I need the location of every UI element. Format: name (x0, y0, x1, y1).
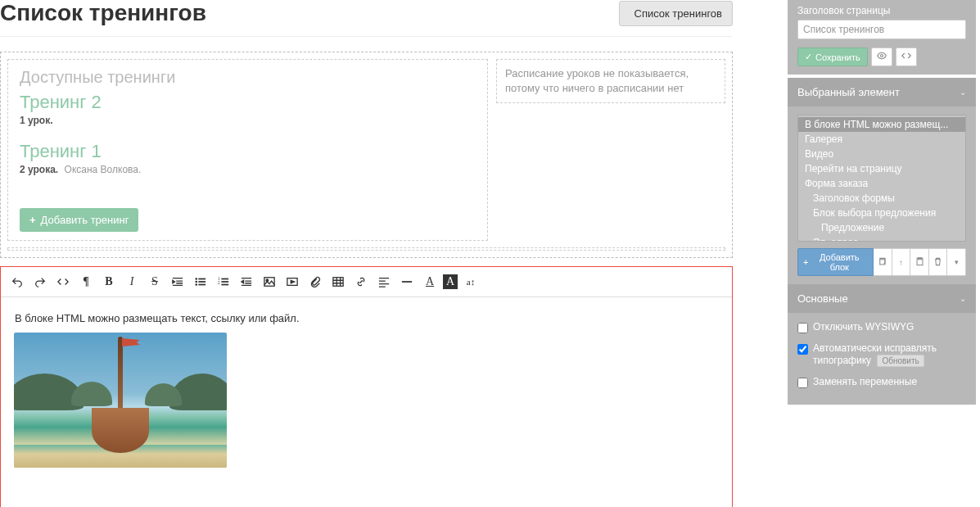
add-training-button[interactable]: + Добавить тренинг (20, 208, 138, 232)
auto-typography-option[interactable]: Автоматически исправлять типографику Обн… (797, 342, 966, 368)
more-button[interactable]: ▾ (947, 248, 966, 276)
attachment-icon[interactable] (305, 272, 325, 292)
svg-point-6 (195, 283, 197, 286)
refresh-typography-button[interactable]: Обновить (877, 355, 924, 367)
code-icon[interactable] (53, 272, 73, 292)
clipboard-icon (915, 256, 924, 269)
editor-image[interactable] (14, 333, 227, 468)
chevron-down-icon: ⌄ (960, 294, 966, 303)
delete-button[interactable] (929, 248, 948, 276)
training-title: Тренинг 2 (20, 92, 476, 113)
training-title: Тренинг 1 (20, 141, 476, 162)
indent-icon[interactable] (168, 272, 187, 292)
code-icon (901, 51, 911, 63)
tree-item[interactable]: Видео (798, 147, 965, 161)
training-meta: 2 урока. Оксана Волкова. (20, 164, 476, 175)
check-icon: ✓ (805, 52, 812, 62)
tree-item[interactable]: Предложение (798, 220, 965, 235)
plus-icon: + (803, 257, 808, 267)
tree-item[interactable]: Галерея (798, 132, 965, 147)
preview-button[interactable] (871, 48, 892, 66)
svg-point-5 (195, 281, 197, 283)
page-title-section: Заголовок страницы ✓ Сохранить (788, 0, 976, 75)
link-icon[interactable] (351, 272, 371, 292)
italic-icon[interactable]: I (122, 272, 142, 292)
redo-icon[interactable] (30, 272, 50, 292)
selected-element-label: Выбранный элемент (797, 86, 900, 98)
editable-canvas[interactable]: Доступные тренинги Тренинг 2 1 урок. Тре… (0, 52, 733, 258)
paste-button[interactable] (910, 248, 929, 276)
auto-typography-label: Автоматически исправлять типографику Обн… (813, 342, 966, 368)
plus-icon: + (29, 214, 36, 226)
save-button[interactable]: ✓ Сохранить (797, 48, 868, 66)
add-training-label: Добавить тренинг (41, 214, 129, 226)
list-ol-icon[interactable]: 12 (214, 272, 233, 292)
replace-vars-option[interactable]: Заменять переменные (797, 376, 966, 389)
tree-item[interactable]: В блоке HTML можно размещ... (798, 117, 965, 132)
svg-rect-18 (333, 278, 343, 287)
bold-icon[interactable]: B (99, 272, 119, 292)
list-ul-icon[interactable] (191, 272, 210, 292)
paragraph-icon[interactable]: ¶ (76, 272, 96, 292)
editor-paragraph[interactable]: В блоке HTML можно размещать текст, ссыл… (14, 312, 719, 324)
elements-tree[interactable]: В блоке HTML можно размещ...ГалереяВидео… (797, 115, 966, 242)
empty-block[interactable] (7, 247, 725, 251)
trainings-list-button[interactable]: Список тренингов (619, 1, 734, 26)
svg-point-19 (880, 55, 883, 57)
save-label: Сохранить (815, 52, 860, 62)
tree-item[interactable]: Перейти на страницу (798, 161, 965, 176)
svg-rect-9 (198, 284, 205, 286)
strike-icon[interactable]: S (145, 272, 165, 292)
disable-wysiwyg-option[interactable]: Отключить WYSIWYG (797, 321, 966, 334)
copy-button[interactable] (874, 248, 892, 276)
page-title-label: Заголовок страницы (797, 5, 966, 16)
outdent-icon[interactable] (237, 272, 256, 292)
svg-rect-13 (221, 281, 228, 283)
hr-icon[interactable] (397, 272, 417, 292)
auto-typography-checkbox[interactable] (797, 344, 808, 355)
svg-rect-14 (221, 284, 228, 286)
tree-item[interactable]: Форма заказа (798, 176, 965, 191)
disable-wysiwyg-label: Отключить WYSIWYG (813, 321, 914, 334)
svg-rect-15 (264, 278, 274, 287)
font-size-icon[interactable]: a↕ (461, 272, 481, 292)
trainings-heading: Доступные тренинги (20, 68, 476, 87)
tree-item[interactable]: Заголовок формы (798, 191, 965, 206)
arrow-up-icon: ↑ (899, 258, 903, 267)
training-item[interactable]: Тренинг 2 1 урок. (20, 92, 476, 126)
copy-icon (878, 256, 887, 269)
selected-element-header[interactable]: Выбранный элемент ⌄ (788, 78, 976, 106)
code-button[interactable] (896, 48, 917, 66)
training-item[interactable]: Тренинг 1 2 урока. Оксана Волкова. (20, 141, 476, 175)
video-icon[interactable] (282, 272, 302, 292)
svg-rect-7 (198, 278, 205, 280)
bg-color-icon[interactable]: A (443, 274, 458, 289)
editor-content[interactable]: В блоке HTML можно размещать текст, ссыл… (1, 297, 732, 507)
align-icon[interactable] (374, 272, 394, 292)
add-block-label: Добавить блок (811, 252, 868, 272)
svg-text:2: 2 (218, 280, 220, 285)
basics-label: Основные (797, 292, 848, 305)
image-icon[interactable] (260, 272, 279, 292)
table-icon[interactable] (328, 272, 348, 292)
text-color-icon[interactable]: A (420, 272, 440, 292)
page-title: Список тренингов (0, 0, 206, 26)
svg-rect-8 (198, 281, 205, 283)
undo-icon[interactable] (7, 272, 27, 292)
wysiwyg-editor[interactable]: ¶ B I S 12 A A a↕ В блоке HTML можно раз… (0, 266, 733, 507)
tree-item[interactable]: Эл. адрес (798, 235, 965, 242)
page-title-input[interactable] (797, 20, 966, 39)
schedule-note-block[interactable]: Расписание уроков не показывается, потом… (496, 59, 725, 103)
move-up-button[interactable]: ↑ (892, 248, 911, 276)
add-block-button[interactable]: +Добавить блок (797, 248, 874, 276)
trainings-block[interactable]: Доступные тренинги Тренинг 2 1 урок. Тре… (7, 59, 488, 241)
trash-icon (933, 256, 942, 269)
disable-wysiwyg-checkbox[interactable] (797, 323, 808, 333)
svg-point-4 (195, 278, 197, 280)
svg-rect-12 (221, 278, 228, 280)
tree-item[interactable]: Блок выбора предложения (798, 206, 965, 220)
replace-vars-checkbox[interactable] (797, 378, 808, 388)
caret-down-icon: ▾ (955, 258, 959, 266)
trainings-list-label: Список тренингов (635, 7, 723, 20)
basics-header[interactable]: Основные ⌄ (788, 284, 976, 313)
